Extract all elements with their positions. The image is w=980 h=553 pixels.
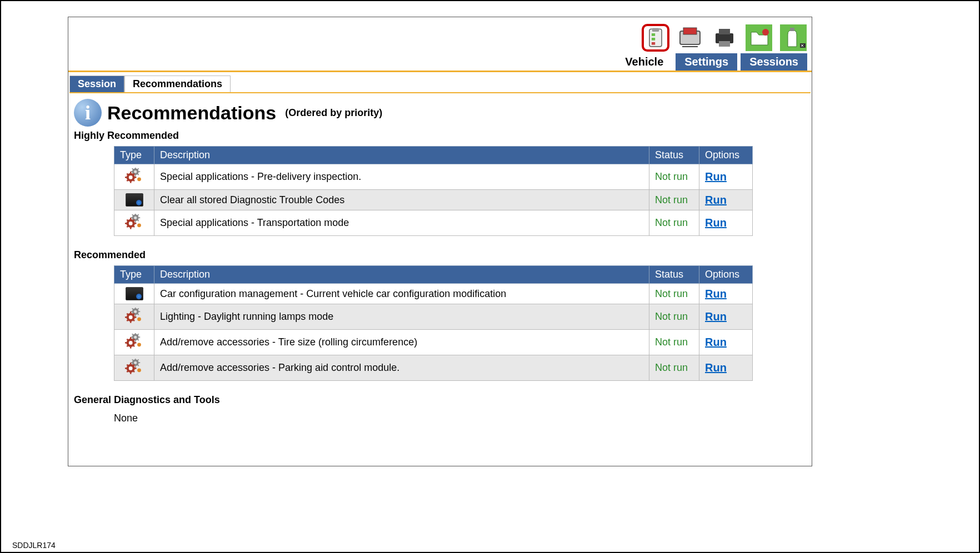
cell-description: Car configuration management - Current v… [154, 284, 649, 304]
cell-options: Run [699, 210, 753, 236]
cell-options: Run [699, 190, 753, 210]
table-recommended: Type Description Status Options Car conf… [114, 265, 753, 381]
run-link[interactable]: Run [705, 336, 727, 348]
cell-options: Run [699, 330, 753, 355]
svg-point-60 [134, 336, 137, 339]
table-highly-recommended: Type Description Status Options Special … [114, 146, 753, 236]
module-icon[interactable] [676, 24, 704, 52]
cell-status: Not run [649, 284, 699, 304]
subtab-recommendations[interactable]: Recommendations [124, 76, 231, 92]
svg-point-47 [134, 310, 137, 313]
col-type: Type [114, 147, 154, 164]
top-tabs: Vehicle Settings Sessions [616, 53, 807, 71]
cell-options: Run [699, 284, 753, 304]
svg-point-34 [134, 217, 137, 219]
vehicle-icon[interactable] [642, 24, 669, 52]
run-link[interactable]: Run [705, 170, 727, 183]
monitor-icon [126, 193, 143, 207]
tab-sessions[interactable]: Sessions [741, 53, 807, 71]
svg-rect-2 [652, 33, 655, 36]
general-none: None [114, 410, 811, 424]
topbar: Vehicle Settings Sessions [68, 17, 812, 71]
cell-description: Add/remove accessories - Parking aid con… [154, 355, 649, 381]
svg-rect-14 [790, 28, 794, 31]
run-link[interactable]: Run [705, 361, 727, 374]
gear-icon [120, 308, 148, 326]
cell-description: Lighting - Daylight running lamps mode [154, 304, 649, 330]
svg-point-53 [128, 315, 132, 319]
top-icon-row [642, 24, 807, 52]
cell-status: Not run [649, 164, 699, 190]
cell-description: Clear all stored Diagnostic Trouble Code… [154, 190, 649, 210]
svg-point-54 [137, 317, 141, 321]
svg-point-40 [128, 222, 132, 225]
gear-icon [120, 168, 148, 186]
cell-description: Special applications - Transportation mo… [154, 210, 649, 236]
svg-point-41 [137, 223, 141, 227]
table-row: Lighting - Daylight running lamps modeNo… [114, 304, 753, 330]
page-title: Recommendations [107, 102, 276, 124]
cell-options: Run [699, 304, 753, 330]
page-heading: i Recommendations (Ordered by priority) [69, 93, 811, 129]
svg-rect-1 [652, 28, 659, 32]
svg-rect-0 [649, 29, 662, 47]
printer-icon[interactable] [711, 24, 738, 52]
svg-point-73 [134, 361, 137, 364]
cell-description: Special applications - Pre-delivery insp… [154, 164, 649, 190]
col-description: Description [154, 266, 649, 284]
svg-rect-10 [719, 41, 730, 47]
col-description: Description [154, 147, 649, 164]
tab-settings[interactable]: Settings [676, 53, 737, 71]
svg-point-67 [137, 343, 141, 346]
table-row: Special applications - Pre-delivery insp… [114, 164, 753, 190]
cell-type [114, 284, 154, 304]
section-title-general: General Diagnostics and Tools [69, 393, 811, 410]
gear-icon [120, 333, 148, 351]
cell-type [114, 355, 154, 381]
table-row: Add/remove accessories - Parking aid con… [114, 355, 753, 381]
svg-point-66 [128, 341, 132, 345]
folder-icon[interactable] [745, 24, 773, 52]
svg-rect-9 [719, 29, 730, 34]
col-options: Options [699, 147, 753, 164]
cell-status: Not run [649, 210, 699, 236]
col-status: Status [649, 147, 699, 164]
gear-icon [120, 214, 148, 232]
screenshot-frame: SDDJLR174 Vehicle [0, 0, 980, 553]
tab-vehicle[interactable]: Vehicle [616, 53, 672, 71]
table-row: Clear all stored Diagnostic Trouble Code… [114, 190, 753, 210]
section-title-recommended: Recommended [69, 248, 811, 265]
monitor-icon [126, 287, 143, 300]
col-status: Status [649, 266, 699, 284]
run-link[interactable]: Run [705, 217, 727, 229]
col-options: Options [699, 266, 753, 284]
alert-icon[interactable] [779, 24, 807, 52]
run-link[interactable]: Run [705, 288, 727, 300]
run-link[interactable]: Run [705, 310, 727, 323]
svg-point-21 [134, 170, 137, 173]
cell-status: Not run [649, 304, 699, 330]
gear-icon [120, 359, 148, 377]
col-type: Type [114, 266, 154, 284]
recommended-tbody: Car configuration management - Current v… [114, 284, 753, 381]
subtab-session[interactable]: Session [69, 76, 124, 92]
svg-point-28 [137, 177, 141, 181]
reference-code: SDDJLR174 [12, 541, 56, 550]
cell-type [114, 330, 154, 355]
accent-line [68, 71, 812, 72]
cell-description: Add/remove accessories - Tire size (roll… [154, 330, 649, 355]
cell-status: Not run [649, 330, 699, 355]
cell-status: Not run [649, 190, 699, 210]
cell-options: Run [699, 164, 753, 190]
svg-point-79 [128, 366, 132, 370]
cell-type [114, 164, 154, 190]
cell-status: Not run [649, 355, 699, 381]
table-row: Car configuration management - Current v… [114, 284, 753, 304]
run-link[interactable]: Run [705, 194, 727, 206]
cell-options: Run [699, 355, 753, 381]
svg-point-27 [128, 175, 132, 179]
app-window: Vehicle Settings Sessions Session Recomm… [68, 17, 812, 466]
svg-rect-6 [683, 28, 697, 34]
highly-tbody: Special applications - Pre-delivery insp… [114, 164, 753, 236]
svg-rect-15 [800, 43, 806, 48]
